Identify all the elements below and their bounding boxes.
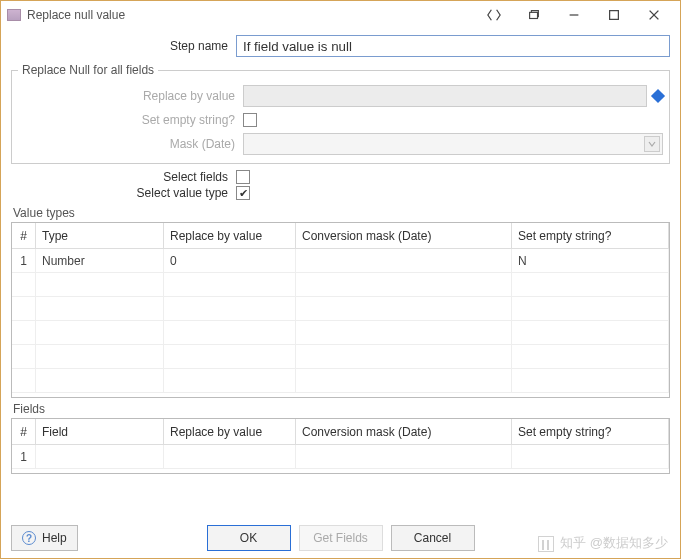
cell-empty[interactable] (512, 445, 669, 468)
cell-type[interactable]: Number (36, 249, 164, 272)
svg-rect-2 (610, 11, 619, 20)
value-types-header: # Type Replace by value Conversion mask … (12, 223, 669, 249)
col-idx[interactable]: # (12, 223, 36, 248)
cell-empty[interactable]: N (512, 249, 669, 272)
help-label: Help (42, 531, 67, 545)
col-replace[interactable]: Replace by value (164, 419, 296, 444)
cell-conv[interactable] (296, 445, 512, 468)
ok-button[interactable]: OK (207, 525, 291, 551)
cell-idx[interactable]: 1 (12, 445, 36, 468)
stepname-input[interactable] (236, 35, 670, 57)
stepname-label: Step name (11, 39, 236, 53)
col-conv[interactable]: Conversion mask (Date) (296, 223, 512, 248)
value-types-body[interactable]: 1 Number 0 N (12, 249, 669, 397)
help-icon: ? (22, 531, 36, 545)
minimize-icon[interactable] (554, 1, 594, 29)
col-idx[interactable]: # (12, 419, 36, 444)
set-empty-string-label: Set empty string? (18, 113, 243, 127)
cancel-button[interactable]: Cancel (391, 525, 475, 551)
dialog-window: Replace null value Step name Replace Nul… (0, 0, 681, 559)
restore-window-icon[interactable] (514, 1, 554, 29)
table-row[interactable] (12, 297, 669, 321)
value-types-label: Value types (13, 206, 670, 220)
cell-replace[interactable]: 0 (164, 249, 296, 272)
window-title: Replace null value (27, 8, 125, 22)
col-empty[interactable]: Set empty string? (512, 419, 669, 444)
mask-date-label: Mask (Date) (18, 137, 243, 151)
select-fields-label: Select fields (11, 170, 236, 184)
col-conv[interactable]: Conversion mask (Date) (296, 419, 512, 444)
cell-field[interactable] (36, 445, 164, 468)
fields-header: # Field Replace by value Conversion mask… (12, 419, 669, 445)
col-empty[interactable]: Set empty string? (512, 223, 669, 248)
table-row[interactable] (12, 369, 669, 393)
nav-prev-next-icon[interactable] (474, 1, 514, 29)
fields-label: Fields (13, 402, 670, 416)
maximize-icon[interactable] (594, 1, 634, 29)
replace-all-legend: Replace Null for all fields (18, 63, 158, 77)
get-fields-button: Get Fields (299, 525, 383, 551)
cell-idx[interactable]: 1 (12, 249, 36, 272)
value-types-grid[interactable]: # Type Replace by value Conversion mask … (11, 222, 670, 398)
variable-picker-icon[interactable] (651, 89, 665, 103)
cell-replace[interactable] (164, 445, 296, 468)
replace-by-value-label: Replace by value (18, 89, 243, 103)
table-row[interactable] (12, 273, 669, 297)
table-row[interactable] (12, 321, 669, 345)
select-value-type-checkbox[interactable] (236, 186, 250, 200)
dialog-content: Step name Replace Null for all fields Re… (1, 29, 680, 518)
cell-conv[interactable] (296, 249, 512, 272)
fields-grid[interactable]: # Field Replace by value Conversion mask… (11, 418, 670, 474)
set-empty-string-checkbox (243, 113, 257, 127)
close-icon[interactable] (634, 1, 674, 29)
replace-all-group: Replace Null for all fields Replace by v… (11, 63, 670, 164)
table-row[interactable]: 1 Number 0 N (12, 249, 669, 273)
replace-by-value-input (243, 85, 647, 107)
select-value-type-label: Select value type (11, 186, 236, 200)
col-field[interactable]: Field (36, 419, 164, 444)
mask-date-combo (243, 133, 663, 155)
chevron-down-icon (644, 136, 660, 152)
fields-body[interactable]: 1 (12, 445, 669, 473)
col-replace[interactable]: Replace by value (164, 223, 296, 248)
table-row[interactable] (12, 345, 669, 369)
col-type[interactable]: Type (36, 223, 164, 248)
stepname-row: Step name (11, 35, 670, 57)
footer: ? Help OK Get Fields Cancel (1, 518, 680, 558)
help-button[interactable]: ? Help (11, 525, 78, 551)
svg-rect-0 (530, 12, 538, 18)
table-row[interactable]: 1 (12, 445, 669, 469)
titlebar: Replace null value (1, 1, 680, 29)
app-icon (7, 9, 21, 21)
select-fields-checkbox[interactable] (236, 170, 250, 184)
